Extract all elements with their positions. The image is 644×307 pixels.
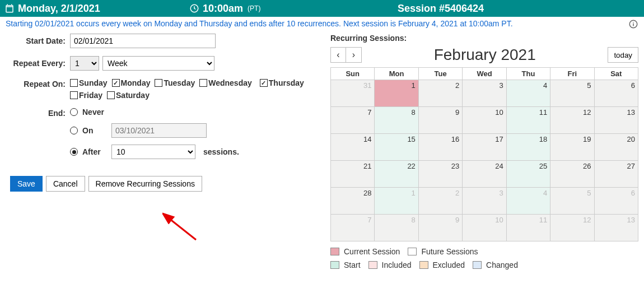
legend-swatch-changed	[473, 261, 482, 269]
calendar-day-cell[interactable]: 10	[463, 215, 506, 241]
recurrence-summary-banner: Starting 02/01/2021 occurs every week on…	[0, 17, 644, 31]
calendar-day-cell[interactable]: 6	[595, 80, 638, 107]
calendar-day-number: 11	[539, 216, 547, 224]
calendar-day-cell[interactable]: 15	[375, 134, 418, 161]
calendar-day-cell[interactable]: 31	[331, 80, 375, 107]
calendar-day-number: 19	[583, 135, 591, 143]
calendar-day-cell[interactable]: 22	[375, 161, 418, 188]
end-on-label: On	[82, 126, 107, 135]
calendar-day-cell[interactable]: 25	[507, 161, 550, 188]
calendar-day-cell[interactable]: 5	[550, 188, 594, 215]
calendar-day-cell[interactable]: 1	[375, 188, 418, 215]
calendar-day-cell[interactable]: 7	[331, 215, 375, 241]
calendar-day-cell[interactable]: 3	[463, 80, 506, 107]
calendar-day-cell[interactable]: 23	[419, 161, 463, 188]
calendar-day-number: 4	[543, 81, 547, 90]
calendar-day-cell[interactable]: 27	[595, 161, 638, 188]
calendar-next-button[interactable]: ›	[346, 47, 362, 63]
calendar-day-cell[interactable]: 12	[550, 215, 594, 241]
legend-label-future: Future Sessions	[421, 247, 478, 256]
calendar-day-cell[interactable]: 17	[463, 134, 506, 161]
calendar-day-cell[interactable]: 9	[419, 107, 463, 134]
end-after-radio[interactable]	[70, 148, 78, 156]
calendar-day-cell[interactable]: 4	[507, 188, 550, 215]
repeat-every-label: Repeat Every:	[6, 59, 70, 68]
calendar-day-number: 11	[539, 108, 547, 117]
calendar-day-cell[interactable]: 26	[550, 161, 594, 188]
calendar-today-button[interactable]: today	[608, 47, 638, 63]
info-icon[interactable]	[628, 19, 638, 31]
repeat-day-tuesday[interactable]: Tuesday	[155, 78, 195, 87]
day-label: Tuesday	[164, 78, 195, 87]
day-label: Friday	[79, 91, 102, 100]
legend-label-start: Start	[344, 261, 361, 269]
calendar-day-cell[interactable]: 3	[463, 188, 506, 215]
checkbox-icon	[199, 79, 207, 87]
calendar-day-cell[interactable]: 24	[463, 161, 506, 188]
repeat-day-wednesday[interactable]: Wednesday	[199, 78, 252, 87]
legend-label-included: Included	[382, 261, 412, 269]
repeat-unit-select[interactable]: Week	[102, 56, 214, 71]
end-after-count-select[interactable]: 10	[111, 145, 195, 159]
calendar-day-cell[interactable]: 11	[507, 107, 550, 134]
calendar-day-cell[interactable]: 16	[419, 134, 463, 161]
calendar-day-cell[interactable]: 19	[550, 134, 594, 161]
calendar-day-number: 2	[455, 189, 459, 197]
calendar-day-cell[interactable]: 12	[550, 107, 594, 134]
repeat-day-monday[interactable]: Monday	[112, 78, 151, 87]
calendar-day-number: 16	[451, 135, 459, 143]
calendar-day-cell[interactable]: 10	[463, 107, 506, 134]
legend-swatch-included	[368, 261, 377, 269]
calendar-day-cell[interactable]: 1	[375, 80, 418, 107]
calendar-day-header: Thu	[507, 68, 550, 80]
recurrence-form: Start Date: Repeat Every: 1 Week Repeat …	[6, 34, 319, 274]
calendar-day-cell[interactable]: 2	[419, 188, 463, 215]
calendar-day-cell[interactable]: 8	[375, 215, 418, 241]
legend-label-excluded: Excluded	[433, 261, 465, 269]
calendar-day-cell[interactable]: 28	[331, 188, 375, 215]
start-date-label: Start Date:	[6, 36, 70, 45]
calendar-day-cell[interactable]: 8	[375, 107, 418, 134]
repeat-day-friday[interactable]: Friday	[70, 91, 102, 100]
end-never-radio[interactable]	[70, 108, 78, 116]
repeat-day-saturday[interactable]: Saturday	[107, 91, 150, 100]
calendar-prev-button[interactable]: ‹	[330, 47, 346, 63]
end-on-date-input[interactable]	[111, 123, 207, 138]
calendar-day-number: 1	[412, 81, 416, 90]
calendar-day-number: 5	[587, 189, 591, 197]
calendar-day-cell[interactable]: 6	[595, 188, 638, 215]
end-on-radio[interactable]	[70, 127, 78, 134]
calendar-day-cell[interactable]: 7	[331, 107, 375, 134]
header-session: Session #5406424	[398, 3, 484, 15]
repeat-day-thursday[interactable]: Thursday	[260, 78, 304, 87]
save-button[interactable]: Save	[10, 176, 43, 192]
calendar-day-number: 22	[407, 162, 415, 170]
start-date-input[interactable]	[70, 34, 216, 48]
calendar-day-header: Mon	[375, 68, 418, 80]
calendar-day-number: 17	[495, 135, 503, 143]
repeat-on-days: SundayMondayTuesdayWednesdayThursdayFrid…	[70, 78, 319, 100]
calendar-day-cell[interactable]: 4	[507, 80, 550, 107]
calendar-day-cell[interactable]: 2	[419, 80, 463, 107]
calendar-day-cell[interactable]: 13	[595, 215, 638, 241]
calendar-day-cell[interactable]: 11	[507, 215, 550, 241]
legend-swatch-current	[330, 248, 339, 255]
remove-recurring-button[interactable]: Remove Recurring Sessions	[88, 176, 202, 192]
header-date: Monday, 2/1/2021	[18, 3, 100, 15]
calendar-day-cell[interactable]: 14	[331, 134, 375, 161]
repeat-day-sunday[interactable]: Sunday	[70, 78, 108, 87]
calendar-day-cell[interactable]: 5	[550, 80, 594, 107]
calendar-day-cell[interactable]: 21	[331, 161, 375, 188]
day-label: Saturday	[116, 91, 150, 100]
calendar-day-cell[interactable]: 13	[595, 107, 638, 134]
calendar-day-number: 23	[451, 162, 459, 170]
calendar-day-cell[interactable]: 20	[595, 134, 638, 161]
calendar-day-header: Wed	[463, 68, 506, 80]
repeat-on-label: Repeat On:	[6, 78, 70, 89]
calendar-day-cell[interactable]: 9	[419, 215, 463, 241]
cancel-button[interactable]: Cancel	[46, 176, 85, 192]
repeat-count-select[interactable]: 1	[70, 56, 99, 71]
calendar-day-cell[interactable]: 18	[507, 134, 550, 161]
day-label: Sunday	[79, 78, 108, 87]
day-label: Monday	[121, 78, 151, 87]
